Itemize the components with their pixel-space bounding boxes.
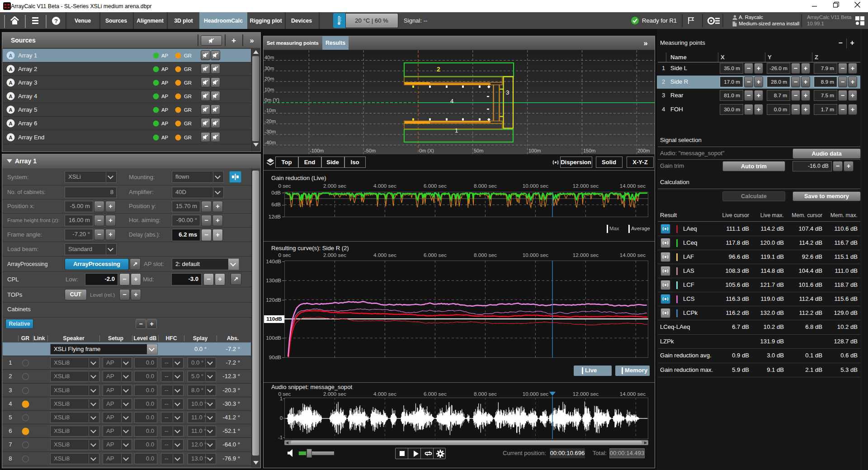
svg-text:0m (Y): 0m (Y) (264, 97, 279, 103)
svg-text:-20m: -20m (264, 119, 276, 124)
svg-text:1: 1 (455, 127, 458, 134)
svg-text:150m: 150m (583, 148, 596, 153)
svg-text:A: A (9, 121, 13, 126)
svg-text:4: 4 (450, 98, 453, 104)
svg-text:30m: 30m (264, 66, 274, 71)
svg-text:A: A (9, 107, 13, 113)
svg-text:2: 2 (437, 66, 440, 73)
svg-text:-40m: -40m (264, 140, 276, 145)
svg-text:3: 3 (506, 89, 509, 96)
svg-text:-100m: -100m (310, 148, 324, 153)
svg-text:200m: 200m (637, 148, 650, 153)
svg-text:A: A (9, 53, 13, 58)
svg-text:50m: 50m (474, 148, 483, 153)
svg-text:10m: 10m (264, 87, 274, 92)
svg-text:40m: 40m (264, 55, 274, 60)
svg-text:-30m: -30m (264, 129, 276, 134)
svg-text:A: A (9, 94, 13, 99)
svg-text:100m: 100m (528, 148, 541, 153)
svg-text:A: A (9, 80, 13, 85)
svg-text:A: A (9, 135, 13, 140)
svg-text:0m (X): 0m (X) (419, 148, 434, 153)
svg-text:-50m: -50m (364, 148, 376, 153)
svg-text:A: A (9, 66, 13, 72)
svg-text:-10m: -10m (264, 108, 276, 113)
svg-text:20m: 20m (264, 76, 274, 81)
